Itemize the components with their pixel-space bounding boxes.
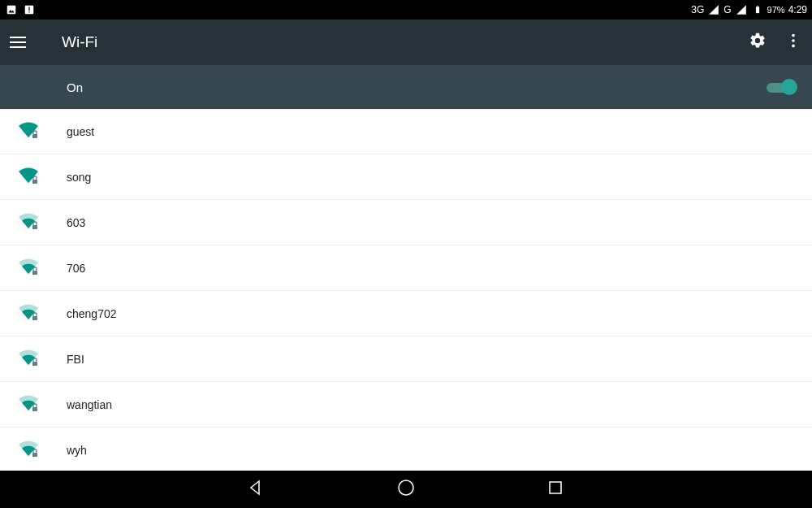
svg-rect-4 (28, 11, 29, 12)
svg-point-9 (792, 34, 795, 37)
wifi-ssid: guest (67, 125, 94, 138)
svg-rect-8 (757, 6, 758, 7)
wifi-ssid: song (67, 171, 91, 184)
menu-button[interactable] (10, 33, 29, 52)
svg-point-11 (792, 45, 795, 48)
wifi-network-row[interactable]: FBI (0, 336, 812, 382)
wifi-network-row[interactable]: wyh (0, 428, 812, 471)
home-button[interactable] (396, 478, 416, 501)
svg-rect-22 (550, 482, 561, 493)
wifi-ssid: wyh (67, 444, 87, 457)
wifi-signal-icon (18, 440, 39, 461)
system-nav-bar (0, 471, 812, 508)
wifi-ssid: FBI (67, 353, 84, 366)
battery-icon (751, 3, 764, 16)
back-button[interactable] (247, 478, 266, 501)
wifi-ssid: cheng702 (67, 307, 117, 320)
settings-button[interactable] (749, 32, 767, 53)
svg-rect-3 (28, 7, 29, 11)
more-button[interactable] (784, 32, 802, 53)
svg-rect-14 (32, 225, 37, 229)
svg-rect-13 (32, 180, 37, 184)
svg-point-21 (399, 480, 413, 495)
wifi-network-list: guest song 603 706 cheng702 FBI wangti (0, 109, 812, 471)
svg-point-10 (792, 39, 795, 42)
wifi-signal-icon (18, 212, 39, 233)
svg-rect-19 (32, 453, 37, 457)
svg-rect-18 (32, 407, 37, 411)
app-bar: Wi-Fi (0, 20, 812, 65)
notification-image-icon (5, 3, 18, 16)
cellular-g-label: G (723, 4, 731, 15)
wifi-network-row[interactable]: 706 (0, 245, 812, 291)
wifi-network-row[interactable]: wangtian (0, 382, 812, 428)
svg-rect-15 (32, 271, 37, 275)
svg-rect-16 (32, 316, 37, 320)
wifi-signal-icon (18, 349, 39, 370)
wifi-ssid: wangtian (67, 398, 112, 411)
cellular-signal-icon (707, 3, 720, 16)
svg-rect-7 (756, 7, 759, 13)
battery-percent: 97% (767, 5, 785, 15)
wifi-ssid: 603 (67, 216, 85, 229)
wifi-signal-icon (18, 303, 39, 324)
wifi-signal-icon (18, 121, 39, 142)
wifi-toggle-label: On (67, 80, 83, 94)
svg-rect-0 (7, 6, 16, 15)
wifi-ssid: 706 (67, 262, 85, 275)
status-bar: 3G G 97% 4:29 (0, 0, 812, 20)
page-title: Wi-Fi (62, 33, 97, 51)
wifi-network-row[interactable]: cheng702 (0, 291, 812, 336)
wifi-network-row[interactable]: guest (0, 109, 812, 154)
svg-rect-12 (32, 134, 37, 138)
recent-apps-button[interactable] (546, 478, 565, 501)
wifi-signal-icon (18, 167, 39, 188)
svg-marker-5 (709, 5, 719, 15)
wifi-signal-icon (18, 258, 39, 279)
wifi-network-row[interactable]: song (0, 154, 812, 200)
wifi-network-row[interactable]: 603 (0, 200, 812, 245)
svg-rect-17 (32, 362, 37, 366)
wifi-master-toggle-row[interactable]: On (0, 65, 812, 109)
cellular-signal-icon-2 (735, 3, 748, 16)
svg-marker-6 (736, 5, 746, 15)
clock: 4:29 (788, 4, 807, 15)
wifi-toggle-switch[interactable] (767, 79, 796, 95)
wifi-signal-icon (18, 394, 39, 415)
svg-marker-20 (251, 481, 259, 494)
notification-alert-icon (23, 3, 36, 16)
cellular-3g-label: 3G (691, 4, 704, 15)
